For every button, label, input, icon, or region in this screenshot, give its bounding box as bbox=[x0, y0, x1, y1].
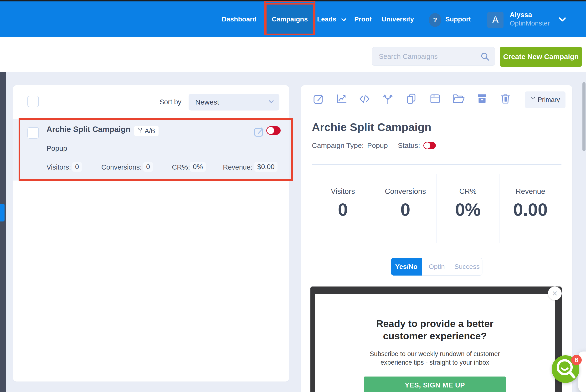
stat-value: 0.00 bbox=[499, 200, 561, 220]
left-rail-indicator bbox=[0, 204, 5, 222]
nav-item-proof[interactable]: Proof bbox=[354, 2, 372, 37]
page-header-band: Create New Campaign bbox=[0, 37, 586, 72]
filter-primary-label: Primary bbox=[538, 96, 560, 104]
select-all-checkbox[interactable] bbox=[28, 96, 39, 107]
preview-headline: Ready to provide a better customer exper… bbox=[366, 318, 504, 342]
analytics-icon[interactable] bbox=[336, 93, 348, 105]
stat-value: 0 bbox=[374, 200, 436, 220]
stat-label: Revenue: bbox=[223, 163, 252, 171]
stat-label: Revenue bbox=[499, 187, 561, 196]
divider bbox=[312, 164, 561, 165]
campaign-checkbox[interactable] bbox=[28, 127, 39, 138]
stat-value: 0% bbox=[190, 162, 206, 172]
sort-dropdown[interactable]: Newest bbox=[189, 94, 279, 110]
nav-item-campaigns[interactable]: Campaigns bbox=[265, 3, 314, 35]
user-account: OptinMonster bbox=[510, 20, 550, 27]
campaign-row[interactable]: Archie Split Campaign A/B Popup Visitors… bbox=[13, 119, 289, 180]
close-icon[interactable]: × bbox=[548, 286, 562, 300]
stat-cr: CR% 0% bbox=[437, 174, 499, 243]
preview-popup: Ready to provide a better customer exper… bbox=[315, 294, 555, 392]
filter-primary-button[interactable]: Primary bbox=[525, 92, 565, 108]
tab-optin[interactable]: Optin bbox=[422, 258, 452, 276]
campaign-list-panel: Sort by Newest Archie Split Campaign A/B bbox=[13, 85, 289, 382]
chevron-down-icon bbox=[269, 100, 274, 104]
trash-icon[interactable] bbox=[499, 93, 512, 105]
embed-code-icon[interactable] bbox=[358, 93, 371, 105]
ab-badge-label: A/B bbox=[145, 128, 155, 135]
duplicate-icon[interactable] bbox=[405, 93, 418, 105]
ab-split-badge: A/B bbox=[134, 126, 159, 136]
campaign-status-toggle[interactable] bbox=[266, 126, 280, 135]
scrollbar-thumb[interactable] bbox=[582, 82, 585, 151]
campaign-name: Archie Split Campaign bbox=[47, 125, 130, 134]
stat-value: 0 bbox=[72, 162, 82, 172]
window-icon[interactable] bbox=[429, 93, 441, 105]
stat-label: Visitors bbox=[312, 187, 374, 196]
user-name: Alyssa bbox=[510, 11, 532, 19]
stat-label: Conversions bbox=[374, 187, 436, 196]
stat-visitors: Visitors 0 bbox=[312, 174, 374, 243]
nav-item-campaigns-label: Campaigns bbox=[272, 16, 308, 23]
detail-status-toggle[interactable] bbox=[423, 142, 436, 149]
stat-revenue: Revenue 0.00 bbox=[499, 174, 561, 243]
edit-icon[interactable] bbox=[253, 126, 265, 138]
search-smile-icon bbox=[552, 380, 579, 384]
stat-value: 0 bbox=[312, 200, 374, 220]
archive-icon[interactable] bbox=[476, 93, 488, 105]
nav-item-dashboard[interactable]: Dashboard bbox=[222, 2, 256, 37]
nav-item-leads[interactable]: Leads bbox=[317, 2, 346, 37]
sort-dropdown-value: Newest bbox=[195, 98, 219, 106]
search-input[interactable] bbox=[372, 48, 495, 66]
split-test-icon[interactable] bbox=[382, 93, 394, 105]
detail-toolbar: Primary bbox=[301, 85, 572, 116]
campaign-type-value: Popup bbox=[367, 142, 388, 150]
split-test-icon bbox=[531, 96, 535, 104]
split-test-icon bbox=[138, 127, 143, 135]
stat-value: $0.00 bbox=[254, 162, 277, 172]
preview-subtext: Subscribe to our weekly rundown of custo… bbox=[359, 350, 511, 367]
left-edge-rail bbox=[0, 72, 6, 392]
optinmonster-campaigns-page: Dashboard Campaigns Leads Proof Universi… bbox=[0, 0, 586, 392]
top-nav: Dashboard Campaigns Leads Proof Universi… bbox=[0, 2, 586, 37]
avatar[interactable]: A bbox=[487, 12, 503, 28]
stat-label: CR% bbox=[437, 187, 499, 196]
tab-yesno[interactable]: Yes/No bbox=[391, 258, 422, 276]
notification-badge: 6 bbox=[571, 355, 582, 365]
detail-meta-row: Campaign Type: Popup Status: bbox=[312, 142, 436, 150]
chevron-down-icon bbox=[341, 2, 346, 37]
campaign-detail-panel: Primary Archie Split Campaign Campaign T… bbox=[301, 85, 572, 392]
detail-stats: Visitors 0 Conversions 0 CR% 0% Revenue … bbox=[312, 174, 561, 243]
help-icon[interactable]: ? bbox=[429, 13, 441, 27]
stat-value: 0 bbox=[143, 162, 153, 172]
nav-item-support[interactable]: Support bbox=[445, 2, 471, 37]
search-icon[interactable] bbox=[480, 52, 490, 63]
edit-campaign-icon[interactable] bbox=[313, 93, 325, 105]
nav-item-university[interactable]: University bbox=[382, 2, 414, 37]
create-new-campaign-button[interactable]: Create New Campaign bbox=[500, 47, 582, 67]
divider bbox=[312, 247, 561, 247]
preview-tabs: Yes/No Optin Success bbox=[391, 258, 482, 276]
folder-open-icon[interactable] bbox=[451, 93, 466, 105]
sort-by-label: Sort by bbox=[159, 98, 181, 106]
campaign-preview-frame: × Ready to provide a better customer exp… bbox=[311, 286, 562, 392]
tab-success[interactable]: Success bbox=[452, 258, 482, 276]
stat-conversions: Conversions 0 bbox=[374, 174, 437, 243]
search-box bbox=[372, 47, 495, 66]
stat-value: 0% bbox=[437, 200, 499, 220]
stat-label: CR%: bbox=[172, 163, 190, 171]
stat-label: Conversions: bbox=[101, 163, 142, 171]
detail-campaign-title: Archie Split Campaign bbox=[312, 120, 431, 134]
stat-label: Visitors: bbox=[47, 163, 71, 171]
nav-item-leads-label: Leads bbox=[317, 16, 336, 23]
campaign-type: Popup bbox=[47, 144, 67, 152]
account-chevron-down-icon[interactable] bbox=[559, 17, 566, 23]
status-label: Status: bbox=[398, 142, 420, 150]
campaign-type-label: Campaign Type: bbox=[312, 142, 364, 150]
preview-cta-button[interactable]: YES, SIGN ME UP bbox=[364, 376, 506, 392]
